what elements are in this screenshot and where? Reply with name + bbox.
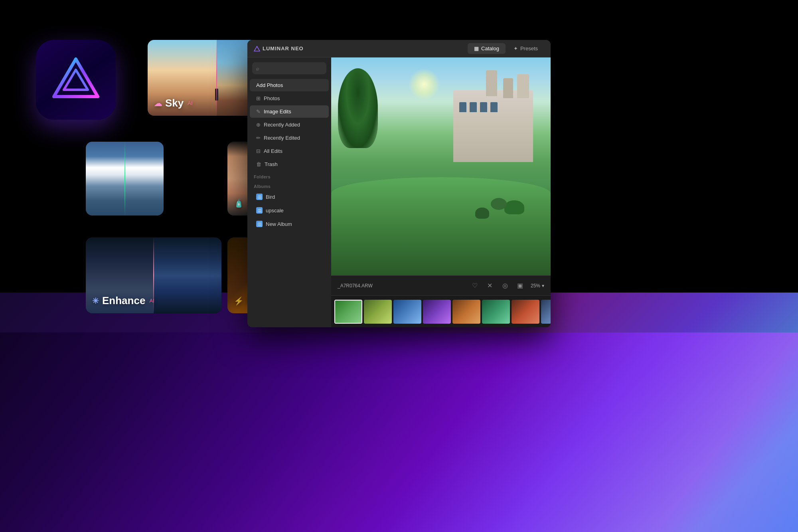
app-window: LUMINAR NEO ▦ Catalog ✦ Presets ⌕ Add Ph… (247, 40, 551, 327)
sidebar: ⌕ Add Photos ⊞ Photos ✎ Image Edits ⊕ Re… (247, 57, 331, 327)
titlebar: LUMINAR NEO ▦ Catalog ✦ Presets (247, 40, 551, 57)
tab-presets[interactable]: ✦ Presets (507, 43, 544, 54)
heart-button[interactable]: ♡ (469, 280, 480, 291)
recently-added-icon: ⊕ (256, 122, 261, 128)
thumbnail-2[interactable] (364, 300, 392, 324)
trash-icon: 🗑 (256, 161, 261, 167)
album-upscale-icon: ◫ (256, 207, 263, 214)
enhance-right-half (154, 237, 221, 313)
thumb-img-8 (541, 300, 551, 324)
thumbnail-1[interactable] (334, 300, 362, 324)
app-icon (36, 40, 116, 120)
close-button[interactable]: ✕ (484, 280, 496, 291)
castle-tower-2 (503, 78, 513, 98)
photo-actions: ♡ ✕ ◎ ▣ (469, 280, 526, 291)
thumb-img-7 (512, 300, 539, 324)
castle-windows (459, 102, 527, 112)
enhance-icon: ✳ (92, 296, 99, 306)
sun-glow (408, 68, 440, 100)
album-new-icon: ◫ (256, 221, 263, 227)
sidebar-item-image-edits[interactable]: ✎ Image Edits (250, 105, 329, 118)
sky-icon: ☁ (154, 99, 162, 108)
sidebar-item-album-bird[interactable]: ◫ Bird (250, 190, 329, 203)
sidebar-item-add-photos[interactable]: Add Photos (250, 79, 329, 91)
app-title: LUMINAR NEO (263, 45, 304, 51)
sidebar-search[interactable]: ⌕ (252, 62, 326, 74)
castle-photo (331, 57, 551, 275)
search-icon: ⌕ (256, 65, 259, 71)
title-triangle-icon (254, 46, 260, 51)
thumbnail-5[interactable] (452, 300, 480, 324)
enhance-label: ✳ EnhanceAI (92, 295, 154, 307)
titlebar-tabs: ▦ Catalog ✦ Presets (468, 43, 544, 54)
tab-catalog[interactable]: ▦ Catalog (468, 43, 506, 54)
sidebar-item-trash[interactable]: 🗑 Trash (250, 158, 329, 170)
titlebar-logo: LUMINAR NEO (254, 45, 304, 51)
photo-filename: _A7R0764.ARW (338, 283, 464, 289)
sidebar-item-recently-added[interactable]: ⊕ Recently Added (250, 119, 329, 131)
chevron-down-icon: ▾ (542, 283, 544, 289)
skin-icon: 🧴 (234, 198, 244, 208)
sky-ai: AI (188, 100, 192, 106)
tree-canopy-left (338, 68, 378, 148)
catalog-icon: ▦ (474, 45, 479, 51)
thumbnail-strip (331, 295, 551, 327)
bg-gradient-overlay (0, 332, 798, 532)
garden-bush-2 (491, 198, 507, 210)
thumbnail-3[interactable] (393, 300, 421, 324)
enhance-ai: AI (149, 298, 154, 304)
presets-icon: ✦ (514, 45, 518, 51)
relight-icon: ⚡ (234, 296, 244, 306)
eye-button[interactable]: ◎ (500, 280, 511, 291)
sidebar-item-album-upscale[interactable]: ◫ upscale (250, 204, 329, 217)
albums-section-label: Albums (247, 181, 331, 190)
thumbnail-7[interactable] (512, 300, 539, 324)
photo-statusbar: _A7R0764.ARW ♡ ✕ ◎ ▣ 25% ▾ (331, 275, 551, 295)
garden-bush-3 (475, 208, 489, 219)
app-content: ⌕ Add Photos ⊞ Photos ✎ Image Edits ⊕ Re… (247, 57, 551, 327)
sidebar-item-all-edits[interactable]: ⊟ All Edits (250, 145, 329, 157)
sky-split (216, 40, 217, 116)
sidebar-item-album-new[interactable]: ◫ New Album (250, 218, 329, 230)
castle-body (453, 90, 533, 162)
waterfall-split (124, 142, 125, 216)
album-bird-icon: ◫ (256, 194, 263, 200)
thumb-img-1 (335, 301, 361, 323)
layout-button[interactable]: ▣ (515, 280, 526, 291)
card-waterfall (86, 142, 164, 216)
thumb-img-4 (423, 300, 451, 324)
thumb-img-6 (482, 300, 510, 324)
app-icon-logo (50, 56, 102, 104)
sky-label: ☁ SkyAI (154, 97, 193, 109)
photo-main: _A7R0764.ARW ♡ ✕ ◎ ▣ 25% ▾ (331, 57, 551, 327)
zoom-indicator: 25% ▾ (531, 283, 544, 289)
sidebar-item-photos[interactable]: ⊞ Photos (250, 92, 329, 105)
castle-tower-1 (517, 74, 529, 98)
thumbnail-6[interactable] (482, 300, 510, 324)
thumbnail-4[interactable] (423, 300, 451, 324)
recently-edited-icon: ✏ (256, 135, 261, 141)
all-edits-icon: ⊟ (256, 148, 261, 154)
thumb-img-3 (393, 300, 421, 324)
folders-section-label: Folders (247, 171, 331, 181)
lawn (331, 177, 551, 275)
card-enhance: ✳ EnhanceAI (86, 237, 221, 313)
sidebar-item-recently-edited[interactable]: ✏ Recently Edited (250, 132, 329, 144)
garden-bush-1 (504, 200, 524, 214)
castle-tower-3 (486, 70, 497, 96)
thumb-img-2 (364, 300, 392, 324)
thumb-img-5 (452, 300, 480, 324)
image-edits-icon: ✎ (256, 109, 261, 115)
photos-icon: ⊞ (256, 95, 261, 101)
thumbnail-8[interactable] (541, 300, 551, 324)
photo-view (331, 57, 551, 275)
